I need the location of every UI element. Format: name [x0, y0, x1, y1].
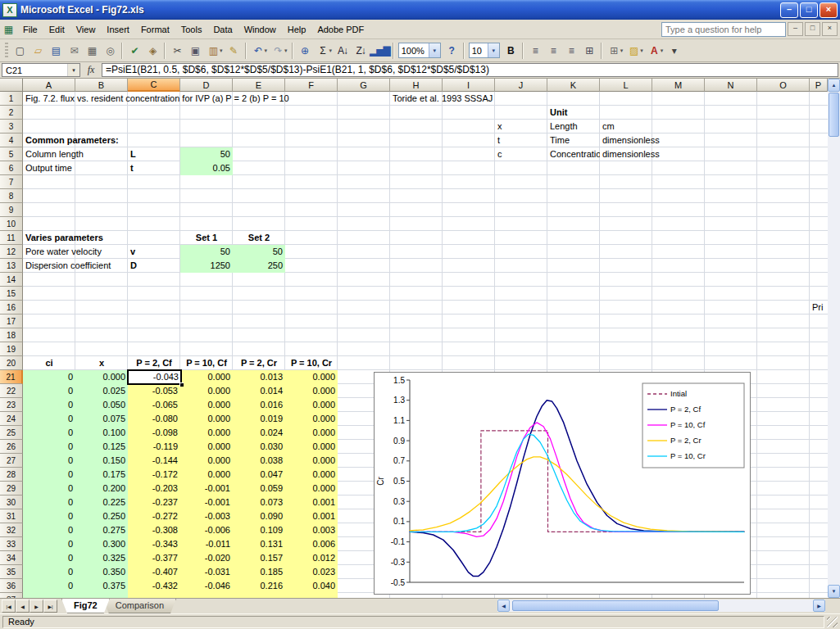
cell-A4[interactable]: Common parameters:: [23, 133, 121, 147]
column-header-H[interactable]: H: [390, 79, 443, 92]
print-preview-icon[interactable]: ◎: [101, 42, 119, 60]
cell-C24[interactable]: -0.080: [128, 412, 180, 426]
cell-D13[interactable]: 1250: [180, 259, 233, 273]
cell-D20[interactable]: P = 10, Cf: [180, 356, 233, 370]
redo-icon-dropdown-icon[interactable]: ▾: [284, 48, 288, 54]
cell-D25[interactable]: 0.000: [180, 426, 233, 440]
workbook-restore-button[interactable]: □: [805, 22, 820, 36]
cell-D26[interactable]: 0.000: [180, 440, 233, 454]
cell-C23[interactable]: -0.065: [128, 398, 180, 412]
column-header-D[interactable]: D: [180, 79, 233, 92]
borders-icon-dropdown-icon[interactable]: ▾: [620, 48, 624, 54]
cell-A31[interactable]: 0: [23, 509, 75, 523]
maximize-restore-button[interactable]: □: [800, 2, 818, 18]
row-header-27[interactable]: 27: [0, 454, 23, 468]
cell-L4[interactable]: dimensionless: [600, 133, 662, 147]
row-header-6[interactable]: 6: [0, 161, 23, 175]
cell-C22[interactable]: -0.053: [128, 384, 180, 398]
cell-F26[interactable]: 0.000: [285, 440, 338, 454]
column-header-K[interactable]: K: [547, 79, 600, 92]
cell-B21[interactable]: 0.000: [75, 370, 128, 384]
align-left-icon[interactable]: ≡: [526, 42, 544, 60]
cell-E25[interactable]: 0.024: [233, 426, 285, 440]
row-header-10[interactable]: 10: [0, 217, 23, 231]
row-header-26[interactable]: 26: [0, 440, 23, 454]
row-header-35[interactable]: 35: [0, 565, 23, 579]
autosum-icon-dropdown-icon[interactable]: ▾: [329, 48, 333, 54]
cell-D29[interactable]: -0.001: [180, 482, 233, 496]
cell-E12[interactable]: 50: [233, 245, 285, 259]
cell-D23[interactable]: 0.000: [180, 398, 233, 412]
column-header-I[interactable]: I: [443, 79, 495, 92]
cell-B30[interactable]: 0.225: [75, 496, 128, 509]
email-icon[interactable]: ✉: [65, 42, 83, 60]
first-sheet-button[interactable]: |◀: [2, 600, 16, 613]
select-all-button[interactable]: [0, 79, 23, 92]
print-icon[interactable]: ▦: [83, 42, 101, 60]
row-header-14[interactable]: 14: [0, 273, 23, 287]
cell-E28[interactable]: 0.047: [233, 468, 285, 482]
cell-F33[interactable]: 0.006: [285, 537, 338, 551]
scroll-up-icon[interactable]: ▲: [828, 79, 840, 92]
selected-cell[interactable]: -0.043: [127, 369, 182, 385]
row-header-31[interactable]: 31: [0, 509, 23, 523]
zoom-combo[interactable]: 100%▾: [398, 43, 441, 58]
cell-B22[interactable]: 0.025: [75, 384, 128, 398]
row-header-1[interactable]: 1: [0, 92, 23, 106]
cell-J5[interactable]: c: [495, 147, 505, 161]
row-header-9[interactable]: 9: [0, 203, 23, 217]
align-right-icon[interactable]: ≡: [562, 42, 580, 60]
cell-D28[interactable]: 0.000: [180, 468, 233, 482]
row-header-30[interactable]: 30: [0, 496, 23, 509]
row-header-8[interactable]: 8: [0, 189, 23, 203]
align-center-icon[interactable]: ≡: [544, 42, 562, 60]
spelling-icon[interactable]: ✔: [125, 42, 143, 60]
cell-E22[interactable]: 0.014: [233, 384, 285, 398]
cell-L5[interactable]: dimensionless: [600, 147, 662, 161]
cell-A30[interactable]: 0: [23, 496, 75, 509]
embedded-chart[interactable]: 1.51.31.10.90.70.50.30.1-0.1-0.3-0.5CrIn…: [374, 372, 751, 595]
cell-J3[interactable]: x: [495, 120, 505, 133]
cell-B23[interactable]: 0.050: [75, 398, 128, 412]
cell-F22[interactable]: 0.000: [285, 384, 338, 398]
cell-C12[interactable]: v: [128, 245, 138, 259]
zoom-combo-dropdown-icon[interactable]: ▾: [429, 43, 440, 57]
research-icon[interactable]: ◈: [143, 42, 161, 60]
cell-E32[interactable]: 0.109: [233, 523, 285, 537]
cell-E20[interactable]: P = 2, Cr: [233, 356, 285, 370]
row-header-7[interactable]: 7: [0, 175, 23, 189]
workbook-minimize-button[interactable]: –: [788, 22, 803, 36]
toolbar-grip[interactable]: [5, 43, 8, 59]
close-button[interactable]: ×: [820, 2, 838, 18]
cell-E11[interactable]: Set 2: [233, 231, 285, 245]
cell-B32[interactable]: 0.275: [75, 523, 128, 537]
sheet-tab-fig72[interactable]: Fig72: [61, 599, 110, 613]
next-sheet-button[interactable]: ▶: [30, 600, 43, 613]
cell-F29[interactable]: 0.000: [285, 482, 338, 496]
row-header-28[interactable]: 28: [0, 468, 23, 482]
cell-F25[interactable]: 0.000: [285, 426, 338, 440]
name-box[interactable]: C21 ▾: [2, 63, 80, 77]
previous-sheet-button[interactable]: ◀: [16, 600, 30, 613]
cell-D21[interactable]: 0.000: [180, 370, 233, 384]
scroll-down-icon[interactable]: ▼: [828, 585, 840, 598]
cell-C6[interactable]: t: [128, 161, 136, 175]
menu-item-help[interactable]: Help: [282, 22, 312, 37]
insert-hyperlink-icon[interactable]: ⊕: [296, 42, 314, 60]
cell-F21[interactable]: 0.000: [285, 370, 338, 384]
cell-F31[interactable]: 0.001: [285, 509, 338, 523]
horizontal-scroll-track[interactable]: [510, 600, 813, 612]
cell-D36[interactable]: -0.046: [180, 579, 233, 593]
scroll-right-icon[interactable]: ▶: [813, 600, 825, 612]
row-header-25[interactable]: 25: [0, 426, 23, 440]
fill-color-icon-dropdown-icon[interactable]: ▾: [640, 48, 643, 54]
cell-D33[interactable]: -0.011: [180, 537, 233, 551]
cell-B20[interactable]: x: [75, 356, 128, 370]
menu-item-view[interactable]: View: [70, 22, 102, 37]
column-header-J[interactable]: J: [495, 79, 547, 92]
merge-center-icon[interactable]: ⊞: [580, 42, 598, 60]
cell-E30[interactable]: 0.073: [233, 496, 285, 509]
cell-E13[interactable]: 250: [233, 259, 285, 273]
toolbar-options-icon[interactable]: ▾: [665, 42, 683, 60]
row-header-16[interactable]: 16: [0, 301, 23, 314]
